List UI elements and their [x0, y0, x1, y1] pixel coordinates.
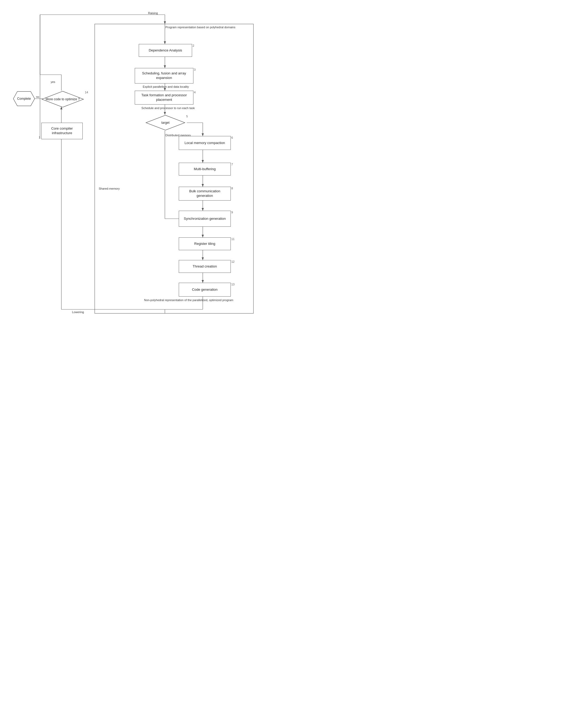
- register-tiling-box: Register tiling: [179, 237, 231, 250]
- svg-marker-24: [202, 133, 204, 136]
- svg-marker-17: [164, 65, 166, 68]
- lowering-label: Lowering: [72, 310, 84, 314]
- num-7: 7: [231, 163, 233, 166]
- num-8: 8: [231, 187, 233, 190]
- code-generation-box: Code generation: [179, 283, 231, 297]
- scheduling-box: Scheduling, fusion and array expansion: [135, 68, 193, 83]
- svg-marker-30: [202, 208, 204, 211]
- num-14: 14: [85, 91, 88, 94]
- more-code-diamond: More code to optimize ?: [41, 91, 84, 108]
- multi-buffering-box: Multi-buffering: [179, 163, 231, 175]
- schedule-processor-label: Schedule and processor to run each task: [141, 106, 227, 110]
- program-rep-label: Program representation based on polyhedr…: [165, 25, 243, 29]
- svg-marker-28: [202, 184, 204, 187]
- svg-marker-15: [164, 41, 166, 44]
- yes-label: yes: [51, 80, 55, 84]
- diagram-container: Raising Lowering Program representation …: [0, 0, 267, 325]
- task-formation-box: Task formation and processor placement: [135, 91, 193, 105]
- shared-memory-label: Shared-memory: [99, 187, 120, 190]
- num-13: 13: [231, 283, 234, 286]
- thread-creation-box: Thread creation: [179, 260, 231, 273]
- raising-label: Raising: [148, 11, 158, 15]
- svg-marker-26: [202, 160, 204, 163]
- target-diamond: target: [145, 115, 185, 131]
- bulk-communication-box: Bulk communication generation: [179, 187, 231, 200]
- num-4: 4: [194, 91, 195, 94]
- local-memory-box: Local memory compaction: [179, 136, 231, 150]
- svg-marker-39: [202, 280, 204, 283]
- num-12: 12: [231, 260, 234, 263]
- svg-marker-3: [164, 21, 166, 24]
- svg-marker-37: [202, 257, 204, 260]
- num-3: 3: [194, 68, 195, 71]
- svg-marker-35: [202, 235, 204, 237]
- num-2: 2: [193, 44, 194, 47]
- num-11: 11: [231, 237, 234, 240]
- explicit-parallelism-label: Explicit parallelism and data locality: [143, 85, 228, 88]
- svg-marker-21: [164, 112, 166, 115]
- num-1: 1: [39, 136, 40, 139]
- non-polyhedral-label: Non-polyhedral representation of the par…: [144, 298, 235, 302]
- dependence-analysis-box: Dependence Analysis: [139, 44, 192, 57]
- num-5: 5: [186, 115, 188, 118]
- num-9: 9: [231, 211, 233, 214]
- num-6: 6: [231, 136, 233, 139]
- complete-hexagon: Complete: [8, 90, 40, 107]
- core-compiler-box: Core compiler infrastructure: [41, 123, 83, 139]
- synchronization-box: Synchronization generation: [179, 211, 231, 227]
